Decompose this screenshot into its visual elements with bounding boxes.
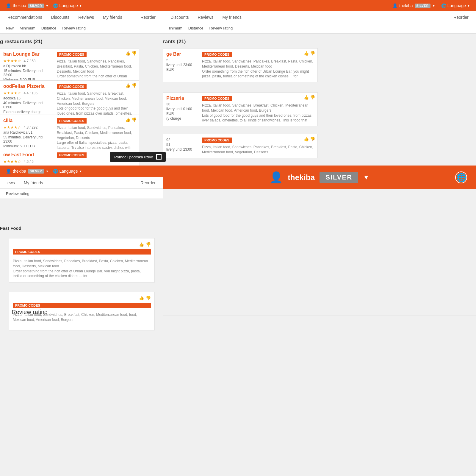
thumb-icons-1: 👍 👎 — [125, 51, 137, 56]
globe-icon-left: 🌐 — [53, 3, 58, 8]
restaurant-name-3[interactable]: cilia — [3, 118, 51, 123]
sub-nav-distance[interactable]: Distance — [41, 26, 57, 30]
thumbup-3[interactable]: 👍 — [125, 117, 130, 122]
thumbdown-3[interactable]: 👎 — [131, 117, 137, 122]
stars-2: ★★★★☆ — [3, 91, 21, 95]
nav-reorder-bl[interactable]: Reorder — [139, 180, 157, 185]
nav-reorder-right[interactable]: Reorder — [452, 15, 470, 20]
restaurant-card-1-right: ge Bar 5 livery until 23:00 EUR 👍 👎 PROM… — [163, 48, 318, 82]
tooltip-bar: Pomoć i podrška uživo — [110, 152, 166, 162]
thumbdown-bc1[interactable]: 👎 — [146, 242, 151, 247]
chevron-lang-left: ▼ — [79, 4, 82, 7]
rating-r2: 36 — [166, 102, 196, 106]
nav-ews-bl[interactable]: ews — [6, 180, 16, 185]
thumbup-1[interactable]: 👍 — [125, 51, 130, 56]
stars-3: ★★★★☆ — [3, 125, 21, 129]
language-selector-left[interactable]: 🌐 Language ▼ — [53, 3, 82, 8]
restaurant-name-2[interactable]: oodFellas Pizzeria — [3, 84, 51, 89]
promo-badge-3: PROMO CODES — [57, 118, 87, 124]
card-left-r1: ge Bar 5 livery until 23:00 EUR — [163, 49, 199, 82]
nav-bar-right-top: Discounts Reviews My friends Reorder — [163, 11, 476, 23]
user-info-right-top[interactable]: 👤 thekiba SILVER ▼ — [392, 3, 435, 8]
thumbdown-r2[interactable]: 👎 — [310, 95, 315, 100]
thumbup-2[interactable]: 👍 — [125, 83, 130, 88]
large-user-icon: 👤 — [270, 171, 283, 184]
chevron-bl: ▼ — [46, 170, 49, 173]
thumbup-bc2[interactable]: 👍 — [139, 296, 144, 300]
silver-badge-left: SILVER — [28, 4, 44, 8]
large-chevron[interactable]: ▼ — [363, 174, 369, 181]
restaurant-name-r1[interactable]: ge Bar — [166, 51, 196, 57]
stars-4: ★★★★☆ — [3, 159, 21, 164]
sub-nav-distance-right[interactable]: Distance — [188, 26, 203, 30]
promo-badge-bc1: PROMO CODES — [13, 249, 151, 255]
chevron-lang-right-top: ▼ — [467, 4, 470, 7]
header-bar-bottom-left: 👤 thekiba SILVER ▼ 🌐 Language ▼ — [0, 166, 163, 177]
sub-nav-review-rating-right-top[interactable]: Review rating — [209, 26, 233, 30]
thumbup-r1[interactable]: 👍 — [304, 51, 309, 56]
fast-food-label: Fast Food — [0, 226, 21, 231]
thumb-icons-3: 👍 👎 — [125, 117, 137, 122]
promo-badge-r3: PROMO CODES — [202, 138, 232, 143]
thumb-icons-r2: 👍 👎 — [304, 95, 315, 100]
address-2: adolska 15 — [3, 96, 51, 100]
language-label-bl: Language — [59, 169, 78, 174]
thumbup-r2[interactable]: 👍 — [304, 95, 309, 100]
delivery-time-3: 55 minutes. Delivery until 23:00 — [3, 135, 51, 143]
categories-3: Pizza, Italian food, Sandwiches, Pancake… — [57, 125, 136, 140]
restaurant-name-1[interactable]: ban Lounge Bar — [3, 51, 51, 57]
restaurant-card-3-right: 92 51 livery until 23:00 👍 👎 PROMO CODES… — [163, 134, 318, 158]
rating-r1: 5 — [166, 58, 196, 62]
header-bar-left: 👤 thekiba SILVER ▼ 🌐 Language ▼ — [0, 0, 163, 11]
nav-reorder-left[interactable]: Reorder — [139, 15, 157, 20]
rating-r3: 92 — [166, 138, 196, 142]
restaurant-name-r2[interactable]: Pizzeria — [166, 96, 196, 101]
user-info-bottom-left[interactable]: 👤 thekiba SILVER ▼ — [6, 169, 48, 174]
chevron-lang-bl: ▼ — [79, 170, 82, 173]
silver-badge-right-top: SILVER — [415, 4, 430, 8]
globe-icon-right-top: 🌐 — [441, 3, 446, 8]
sub-nav-review-rating-bl[interactable]: Review rating — [6, 191, 29, 196]
silver-badge-bl: SILVER — [28, 169, 44, 174]
sub-nav-new[interactable]: New — [6, 26, 14, 30]
thumbdown-2[interactable]: 👎 — [131, 83, 137, 88]
username-right-top: thekiba — [399, 3, 413, 8]
categories-1: Pizza, Italian food, Sandwiches, Pancake… — [57, 59, 136, 74]
thumb-icons-r3: 👍 👎 — [304, 137, 315, 141]
nav-reviews-right[interactable]: Reviews — [196, 15, 215, 20]
minimum-3: Minimum: 5.00 EUR — [3, 144, 51, 148]
thumbdown-bc2[interactable]: 👎 — [146, 296, 151, 300]
thumbup-bc1[interactable]: 👍 — [139, 242, 144, 247]
nav-discounts-left[interactable]: Discounts — [50, 15, 71, 20]
delivery-cost-r2: ry charge — [166, 116, 196, 121]
language-label-right-top: Language — [447, 3, 466, 8]
restaurant-name-4[interactable]: ow Fast Food — [3, 152, 51, 157]
tooltip-text: Pomoć i podrška uživo — [114, 155, 153, 159]
thumbdown-1[interactable]: 👎 — [131, 51, 137, 56]
nav-discounts-right[interactable]: Discounts — [169, 15, 190, 20]
thumbdown-r1[interactable]: 👎 — [310, 51, 315, 56]
nav-friends-right[interactable]: My friends — [221, 15, 243, 20]
description-bc1: Order something from the rich offer of U… — [13, 269, 151, 279]
sub-nav-minimum[interactable]: Minimum — [20, 26, 35, 30]
page-title-left: g restaurants (21) — [0, 39, 43, 45]
thumbdown-r3[interactable]: 👎 — [310, 137, 315, 141]
thumb-area-bc2: 👍 👎 — [13, 296, 151, 300]
language-selector-bl[interactable]: 🌐 Language ▼ — [53, 169, 82, 174]
username-bl: thekiba — [13, 169, 26, 174]
user-info-left[interactable]: 👤 thekiba SILVER ▼ — [6, 3, 48, 8]
nav-recommendations[interactable]: Recommendations — [6, 15, 44, 20]
language-selector-right-top[interactable]: 🌐 Language ▼ — [441, 3, 470, 8]
sub-nav-minimum-right[interactable]: linimum — [169, 26, 182, 30]
review-rating-bottom-label: Review rating — [12, 309, 48, 316]
nav-friends-left[interactable]: My friends — [101, 15, 124, 20]
thumbup-r3[interactable]: 👍 — [304, 137, 309, 141]
card-left-r3: 92 51 livery until 23:00 — [163, 134, 199, 158]
sub-nav-review-rating-left[interactable]: Review rating — [62, 26, 86, 30]
promo-badge-1: PROMO CODES — [57, 52, 87, 57]
minimum-r1: EUR — [166, 68, 196, 72]
card-left-4: ow Fast Food ★★★★☆ 4.6 / 5 — [0, 149, 54, 167]
nav-reviews-left[interactable]: Reviews — [77, 15, 95, 20]
thumb-icons-2: 👍 👎 — [125, 83, 137, 88]
nav-friends-bl[interactable]: My friends — [22, 180, 45, 185]
